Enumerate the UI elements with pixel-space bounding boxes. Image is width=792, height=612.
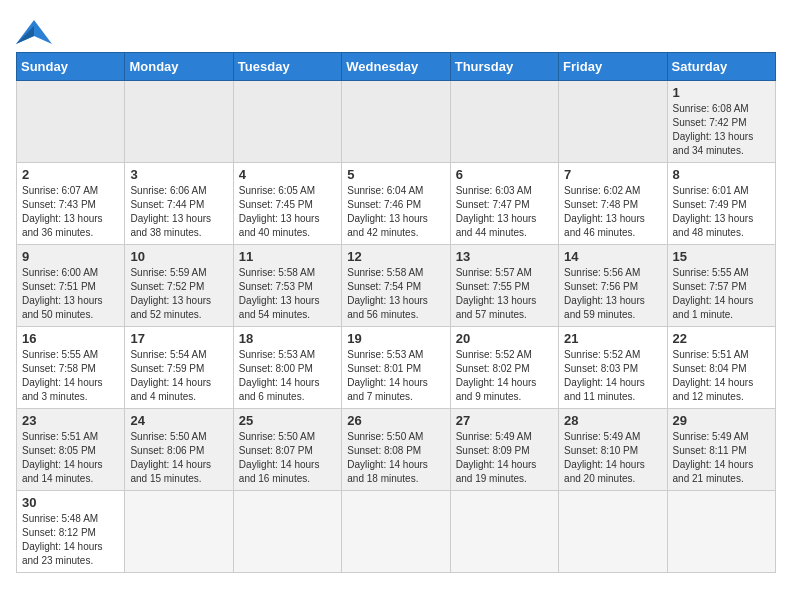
day-info: Sunrise: 6:08 AM Sunset: 7:42 PM Dayligh… <box>673 102 770 158</box>
weekday-header-wednesday: Wednesday <box>342 53 450 81</box>
calendar-day-cell: 6Sunrise: 6:03 AM Sunset: 7:47 PM Daylig… <box>450 163 558 245</box>
day-number: 1 <box>673 85 770 100</box>
calendar-day-cell <box>450 81 558 163</box>
header <box>16 16 776 44</box>
day-info: Sunrise: 5:53 AM Sunset: 8:01 PM Dayligh… <box>347 348 444 404</box>
calendar-day-cell <box>17 81 125 163</box>
calendar-day-cell <box>233 81 341 163</box>
weekday-header-saturday: Saturday <box>667 53 775 81</box>
logo <box>16 16 56 44</box>
weekday-header-monday: Monday <box>125 53 233 81</box>
day-info: Sunrise: 5:49 AM Sunset: 8:11 PM Dayligh… <box>673 430 770 486</box>
calendar-week-row: 16Sunrise: 5:55 AM Sunset: 7:58 PM Dayli… <box>17 327 776 409</box>
calendar-day-cell <box>125 81 233 163</box>
day-number: 20 <box>456 331 553 346</box>
calendar-day-cell: 17Sunrise: 5:54 AM Sunset: 7:59 PM Dayli… <box>125 327 233 409</box>
calendar-day-cell <box>559 491 667 573</box>
day-number: 3 <box>130 167 227 182</box>
logo-bird-icon <box>16 16 52 44</box>
calendar-day-cell: 4Sunrise: 6:05 AM Sunset: 7:45 PM Daylig… <box>233 163 341 245</box>
day-info: Sunrise: 6:00 AM Sunset: 7:51 PM Dayligh… <box>22 266 119 322</box>
calendar-day-cell: 23Sunrise: 5:51 AM Sunset: 8:05 PM Dayli… <box>17 409 125 491</box>
day-info: Sunrise: 5:58 AM Sunset: 7:54 PM Dayligh… <box>347 266 444 322</box>
day-info: Sunrise: 5:48 AM Sunset: 8:12 PM Dayligh… <box>22 512 119 568</box>
calendar-day-cell <box>342 81 450 163</box>
day-info: Sunrise: 6:06 AM Sunset: 7:44 PM Dayligh… <box>130 184 227 240</box>
calendar-day-cell: 12Sunrise: 5:58 AM Sunset: 7:54 PM Dayli… <box>342 245 450 327</box>
day-number: 5 <box>347 167 444 182</box>
day-info: Sunrise: 6:07 AM Sunset: 7:43 PM Dayligh… <box>22 184 119 240</box>
calendar-day-cell <box>125 491 233 573</box>
calendar-week-row: 2Sunrise: 6:07 AM Sunset: 7:43 PM Daylig… <box>17 163 776 245</box>
day-info: Sunrise: 6:01 AM Sunset: 7:49 PM Dayligh… <box>673 184 770 240</box>
calendar-day-cell: 15Sunrise: 5:55 AM Sunset: 7:57 PM Dayli… <box>667 245 775 327</box>
calendar-day-cell: 3Sunrise: 6:06 AM Sunset: 7:44 PM Daylig… <box>125 163 233 245</box>
calendar-day-cell: 11Sunrise: 5:58 AM Sunset: 7:53 PM Dayli… <box>233 245 341 327</box>
day-number: 6 <box>456 167 553 182</box>
day-number: 7 <box>564 167 661 182</box>
day-number: 22 <box>673 331 770 346</box>
day-info: Sunrise: 5:50 AM Sunset: 8:06 PM Dayligh… <box>130 430 227 486</box>
calendar-day-cell: 19Sunrise: 5:53 AM Sunset: 8:01 PM Dayli… <box>342 327 450 409</box>
day-number: 28 <box>564 413 661 428</box>
day-number: 2 <box>22 167 119 182</box>
day-info: Sunrise: 5:55 AM Sunset: 7:58 PM Dayligh… <box>22 348 119 404</box>
day-number: 25 <box>239 413 336 428</box>
day-info: Sunrise: 5:55 AM Sunset: 7:57 PM Dayligh… <box>673 266 770 322</box>
calendar-day-cell: 14Sunrise: 5:56 AM Sunset: 7:56 PM Dayli… <box>559 245 667 327</box>
calendar-day-cell: 16Sunrise: 5:55 AM Sunset: 7:58 PM Dayli… <box>17 327 125 409</box>
day-number: 23 <box>22 413 119 428</box>
day-number: 8 <box>673 167 770 182</box>
calendar-day-cell: 26Sunrise: 5:50 AM Sunset: 8:08 PM Dayli… <box>342 409 450 491</box>
day-number: 10 <box>130 249 227 264</box>
day-number: 21 <box>564 331 661 346</box>
day-number: 16 <box>22 331 119 346</box>
day-number: 14 <box>564 249 661 264</box>
calendar-day-cell: 21Sunrise: 5:52 AM Sunset: 8:03 PM Dayli… <box>559 327 667 409</box>
calendar-day-cell: 8Sunrise: 6:01 AM Sunset: 7:49 PM Daylig… <box>667 163 775 245</box>
day-info: Sunrise: 5:54 AM Sunset: 7:59 PM Dayligh… <box>130 348 227 404</box>
calendar-day-cell: 9Sunrise: 6:00 AM Sunset: 7:51 PM Daylig… <box>17 245 125 327</box>
weekday-header-thursday: Thursday <box>450 53 558 81</box>
day-number: 12 <box>347 249 444 264</box>
day-info: Sunrise: 6:04 AM Sunset: 7:46 PM Dayligh… <box>347 184 444 240</box>
day-info: Sunrise: 5:50 AM Sunset: 8:08 PM Dayligh… <box>347 430 444 486</box>
calendar-day-cell: 24Sunrise: 5:50 AM Sunset: 8:06 PM Dayli… <box>125 409 233 491</box>
day-info: Sunrise: 5:59 AM Sunset: 7:52 PM Dayligh… <box>130 266 227 322</box>
day-info: Sunrise: 6:05 AM Sunset: 7:45 PM Dayligh… <box>239 184 336 240</box>
day-info: Sunrise: 5:52 AM Sunset: 8:02 PM Dayligh… <box>456 348 553 404</box>
day-number: 26 <box>347 413 444 428</box>
day-info: Sunrise: 5:51 AM Sunset: 8:05 PM Dayligh… <box>22 430 119 486</box>
calendar-day-cell: 1Sunrise: 6:08 AM Sunset: 7:42 PM Daylig… <box>667 81 775 163</box>
day-number: 29 <box>673 413 770 428</box>
calendar-day-cell <box>559 81 667 163</box>
calendar-day-cell <box>450 491 558 573</box>
calendar-day-cell: 25Sunrise: 5:50 AM Sunset: 8:07 PM Dayli… <box>233 409 341 491</box>
day-info: Sunrise: 5:49 AM Sunset: 8:10 PM Dayligh… <box>564 430 661 486</box>
calendar-day-cell: 7Sunrise: 6:02 AM Sunset: 7:48 PM Daylig… <box>559 163 667 245</box>
calendar-day-cell: 13Sunrise: 5:57 AM Sunset: 7:55 PM Dayli… <box>450 245 558 327</box>
day-info: Sunrise: 5:49 AM Sunset: 8:09 PM Dayligh… <box>456 430 553 486</box>
calendar-day-cell: 18Sunrise: 5:53 AM Sunset: 8:00 PM Dayli… <box>233 327 341 409</box>
calendar-day-cell: 29Sunrise: 5:49 AM Sunset: 8:11 PM Dayli… <box>667 409 775 491</box>
calendar-day-cell: 2Sunrise: 6:07 AM Sunset: 7:43 PM Daylig… <box>17 163 125 245</box>
calendar-day-cell: 27Sunrise: 5:49 AM Sunset: 8:09 PM Dayli… <box>450 409 558 491</box>
day-number: 30 <box>22 495 119 510</box>
calendar-day-cell: 22Sunrise: 5:51 AM Sunset: 8:04 PM Dayli… <box>667 327 775 409</box>
calendar-week-row: 1Sunrise: 6:08 AM Sunset: 7:42 PM Daylig… <box>17 81 776 163</box>
day-info: Sunrise: 5:50 AM Sunset: 8:07 PM Dayligh… <box>239 430 336 486</box>
day-info: Sunrise: 5:56 AM Sunset: 7:56 PM Dayligh… <box>564 266 661 322</box>
calendar-day-cell: 5Sunrise: 6:04 AM Sunset: 7:46 PM Daylig… <box>342 163 450 245</box>
weekday-header-friday: Friday <box>559 53 667 81</box>
calendar-day-cell <box>667 491 775 573</box>
calendar-day-cell <box>233 491 341 573</box>
svg-marker-1 <box>16 26 34 44</box>
day-info: Sunrise: 5:51 AM Sunset: 8:04 PM Dayligh… <box>673 348 770 404</box>
day-number: 13 <box>456 249 553 264</box>
day-info: Sunrise: 6:02 AM Sunset: 7:48 PM Dayligh… <box>564 184 661 240</box>
calendar-week-row: 9Sunrise: 6:00 AM Sunset: 7:51 PM Daylig… <box>17 245 776 327</box>
calendar-week-row: 30Sunrise: 5:48 AM Sunset: 8:12 PM Dayli… <box>17 491 776 573</box>
weekday-header-sunday: Sunday <box>17 53 125 81</box>
day-number: 24 <box>130 413 227 428</box>
calendar-week-row: 23Sunrise: 5:51 AM Sunset: 8:05 PM Dayli… <box>17 409 776 491</box>
